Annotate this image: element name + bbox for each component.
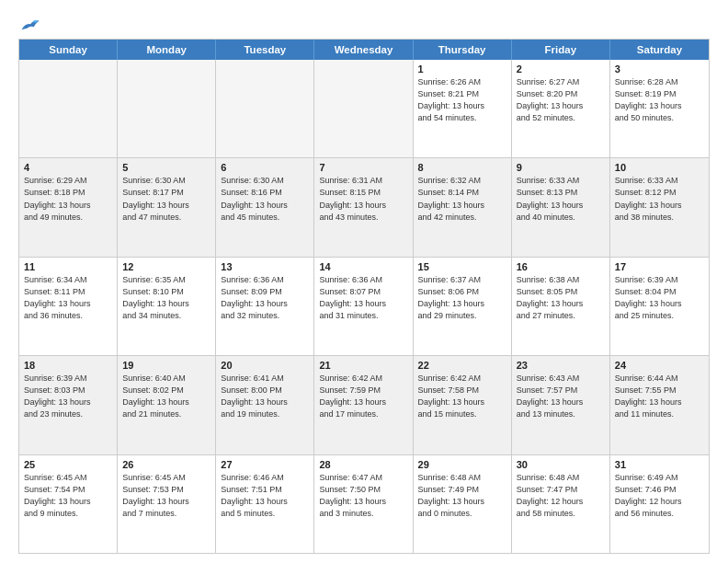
day-info: Sunrise: 6:47 AM Sunset: 7:50 PM Dayligh… [319, 472, 407, 520]
day-number: 9 [517, 162, 605, 173]
header-cell-thursday: Thursday [414, 40, 512, 60]
calendar-cell: 5Sunrise: 6:30 AM Sunset: 8:17 PM Daylig… [118, 158, 216, 256]
day-number: 11 [24, 261, 112, 272]
day-info: Sunrise: 6:49 AM Sunset: 7:46 PM Dayligh… [615, 472, 704, 520]
day-number: 25 [24, 459, 112, 470]
day-number: 18 [24, 360, 112, 371]
day-info: Sunrise: 6:38 AM Sunset: 8:05 PM Dayligh… [517, 274, 605, 322]
calendar-week-1: 1Sunrise: 6:26 AM Sunset: 8:21 PM Daylig… [19, 60, 709, 158]
day-number: 6 [221, 162, 309, 173]
day-info: Sunrise: 6:30 AM Sunset: 8:16 PM Dayligh… [221, 175, 309, 223]
day-info: Sunrise: 6:42 AM Sunset: 7:58 PM Dayligh… [418, 373, 506, 420]
day-info: Sunrise: 6:28 AM Sunset: 8:19 PM Dayligh… [615, 76, 704, 124]
day-info: Sunrise: 6:30 AM Sunset: 8:17 PM Dayligh… [122, 175, 210, 223]
day-info: Sunrise: 6:44 AM Sunset: 7:55 PM Dayligh… [615, 373, 704, 420]
day-info: Sunrise: 6:45 AM Sunset: 7:53 PM Dayligh… [122, 472, 210, 520]
day-info: Sunrise: 6:41 AM Sunset: 8:00 PM Dayligh… [221, 373, 309, 420]
day-number: 31 [615, 459, 704, 470]
calendar-cell: 9Sunrise: 6:33 AM Sunset: 8:13 PM Daylig… [512, 158, 610, 256]
day-number: 2 [517, 63, 605, 75]
day-info: Sunrise: 6:33 AM Sunset: 8:13 PM Dayligh… [517, 175, 605, 223]
header-cell-tuesday: Tuesday [216, 40, 314, 60]
calendar-cell: 10Sunrise: 6:33 AM Sunset: 8:12 PM Dayli… [610, 158, 709, 256]
day-info: Sunrise: 6:32 AM Sunset: 8:14 PM Dayligh… [418, 175, 506, 223]
calendar-cell: 7Sunrise: 6:31 AM Sunset: 8:15 PM Daylig… [314, 158, 413, 256]
calendar-body: 1Sunrise: 6:26 AM Sunset: 8:21 PM Daylig… [19, 60, 709, 553]
day-number: 23 [517, 360, 605, 371]
day-info: Sunrise: 6:37 AM Sunset: 8:06 PM Dayligh… [418, 274, 506, 322]
calendar-cell: 6Sunrise: 6:30 AM Sunset: 8:16 PM Daylig… [216, 158, 314, 256]
calendar-cell: 13Sunrise: 6:36 AM Sunset: 8:09 PM Dayli… [216, 258, 314, 355]
day-number: 5 [122, 162, 210, 173]
header-cell-friday: Friday [512, 40, 610, 60]
day-info: Sunrise: 6:46 AM Sunset: 7:51 PM Dayligh… [221, 472, 309, 520]
calendar: SundayMondayTuesdayWednesdayThursdayFrid… [18, 39, 710, 554]
day-number: 1 [418, 63, 506, 75]
logo-bird-icon [20, 17, 40, 33]
calendar-cell: 20Sunrise: 6:41 AM Sunset: 8:00 PM Dayli… [216, 356, 314, 454]
calendar-cell: 26Sunrise: 6:45 AM Sunset: 7:53 PM Dayli… [118, 455, 216, 553]
day-number: 12 [122, 261, 210, 272]
calendar-cell: 18Sunrise: 6:39 AM Sunset: 8:03 PM Dayli… [19, 356, 118, 454]
header-cell-monday: Monday [118, 40, 216, 60]
calendar-cell: 21Sunrise: 6:42 AM Sunset: 7:59 PM Dayli… [314, 356, 413, 454]
calendar-cell: 31Sunrise: 6:49 AM Sunset: 7:46 PM Dayli… [610, 455, 709, 553]
day-number: 26 [122, 459, 210, 470]
day-info: Sunrise: 6:34 AM Sunset: 8:11 PM Dayligh… [24, 274, 112, 322]
calendar-cell [19, 60, 118, 157]
calendar-cell: 19Sunrise: 6:40 AM Sunset: 8:02 PM Dayli… [118, 356, 216, 454]
day-info: Sunrise: 6:45 AM Sunset: 7:54 PM Dayligh… [24, 472, 112, 520]
calendar-cell: 22Sunrise: 6:42 AM Sunset: 7:58 PM Dayli… [414, 356, 512, 454]
day-info: Sunrise: 6:39 AM Sunset: 8:03 PM Dayligh… [24, 373, 112, 420]
calendar-cell [216, 60, 314, 157]
calendar-week-3: 11Sunrise: 6:34 AM Sunset: 8:11 PM Dayli… [19, 258, 709, 356]
day-number: 29 [418, 459, 506, 470]
header [18, 17, 710, 33]
day-info: Sunrise: 6:31 AM Sunset: 8:15 PM Dayligh… [319, 175, 407, 223]
calendar-cell: 14Sunrise: 6:36 AM Sunset: 8:07 PM Dayli… [314, 258, 413, 355]
calendar-cell: 15Sunrise: 6:37 AM Sunset: 8:06 PM Dayli… [414, 258, 512, 355]
header-cell-saturday: Saturday [610, 40, 709, 60]
day-number: 20 [221, 360, 309, 371]
calendar-cell [314, 60, 413, 157]
day-number: 4 [24, 162, 112, 173]
day-info: Sunrise: 6:39 AM Sunset: 8:04 PM Dayligh… [615, 274, 704, 322]
day-number: 14 [319, 261, 407, 272]
calendar-cell: 11Sunrise: 6:34 AM Sunset: 8:11 PM Dayli… [19, 258, 118, 355]
calendar-cell: 25Sunrise: 6:45 AM Sunset: 7:54 PM Dayli… [19, 455, 118, 553]
calendar-cell: 24Sunrise: 6:44 AM Sunset: 7:55 PM Dayli… [610, 356, 709, 454]
day-number: 13 [221, 261, 309, 272]
day-info: Sunrise: 6:36 AM Sunset: 8:07 PM Dayligh… [319, 274, 407, 322]
day-number: 7 [319, 162, 407, 173]
calendar-week-2: 4Sunrise: 6:29 AM Sunset: 8:18 PM Daylig… [19, 158, 709, 257]
day-info: Sunrise: 6:26 AM Sunset: 8:21 PM Dayligh… [418, 76, 506, 124]
day-info: Sunrise: 6:36 AM Sunset: 8:09 PM Dayligh… [221, 274, 309, 322]
calendar-cell: 12Sunrise: 6:35 AM Sunset: 8:10 PM Dayli… [118, 258, 216, 355]
day-number: 22 [418, 360, 506, 371]
day-info: Sunrise: 6:33 AM Sunset: 8:12 PM Dayligh… [615, 175, 704, 223]
calendar-cell: 2Sunrise: 6:27 AM Sunset: 8:20 PM Daylig… [512, 60, 610, 157]
day-number: 19 [122, 360, 210, 371]
day-number: 21 [319, 360, 407, 371]
day-info: Sunrise: 6:43 AM Sunset: 7:57 PM Dayligh… [517, 373, 605, 420]
day-number: 16 [517, 261, 605, 272]
day-number: 30 [517, 459, 605, 470]
calendar-cell: 17Sunrise: 6:39 AM Sunset: 8:04 PM Dayli… [610, 258, 709, 355]
calendar-week-4: 18Sunrise: 6:39 AM Sunset: 8:03 PM Dayli… [19, 356, 709, 454]
day-number: 15 [418, 261, 506, 272]
day-number: 3 [615, 63, 704, 75]
day-info: Sunrise: 6:35 AM Sunset: 8:10 PM Dayligh… [122, 274, 210, 322]
calendar-header: SundayMondayTuesdayWednesdayThursdayFrid… [19, 40, 709, 60]
calendar-cell: 16Sunrise: 6:38 AM Sunset: 8:05 PM Dayli… [512, 258, 610, 355]
calendar-cell: 23Sunrise: 6:43 AM Sunset: 7:57 PM Dayli… [512, 356, 610, 454]
header-cell-sunday: Sunday [19, 40, 118, 60]
day-number: 28 [319, 459, 407, 470]
calendar-cell: 1Sunrise: 6:26 AM Sunset: 8:21 PM Daylig… [414, 60, 512, 157]
day-info: Sunrise: 6:48 AM Sunset: 7:49 PM Dayligh… [418, 472, 506, 520]
calendar-cell: 29Sunrise: 6:48 AM Sunset: 7:49 PM Dayli… [414, 455, 512, 553]
calendar-cell: 8Sunrise: 6:32 AM Sunset: 8:14 PM Daylig… [414, 158, 512, 256]
header-cell-wednesday: Wednesday [314, 40, 413, 60]
day-info: Sunrise: 6:27 AM Sunset: 8:20 PM Dayligh… [517, 76, 605, 124]
calendar-cell: 27Sunrise: 6:46 AM Sunset: 7:51 PM Dayli… [216, 455, 314, 553]
day-info: Sunrise: 6:42 AM Sunset: 7:59 PM Dayligh… [319, 373, 407, 420]
